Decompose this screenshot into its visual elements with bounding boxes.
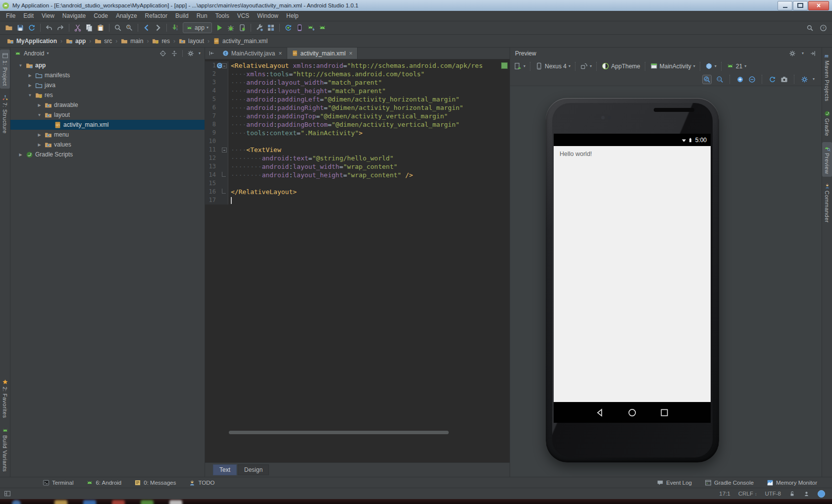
locale-selector[interactable]: ▾ <box>705 62 717 70</box>
maximize-button[interactable] <box>793 1 808 10</box>
breadcrumb-layout[interactable]: layout <box>177 37 206 45</box>
help-button[interactable]: ? <box>820 24 827 32</box>
attach-debugger-button[interactable] <box>238 24 246 32</box>
tree-arrow-icon[interactable]: ▶ <box>17 152 24 157</box>
tree-arrow-icon[interactable]: ▶ <box>36 143 43 147</box>
tree-item-values[interactable]: ▶values <box>10 140 205 150</box>
tool-stripe-2-favorites[interactable]: 2: Favorites <box>0 376 10 421</box>
breadcrumb-src[interactable]: src <box>93 37 114 45</box>
tool-window-button-gradle-console[interactable]: Gradle Console <box>705 479 754 486</box>
breadcrumb-myapplication[interactable]: MyApplication <box>5 37 59 45</box>
tool-stripe-7-structure[interactable]: 7: Structure <box>0 92 10 137</box>
avd-manager-button[interactable] <box>296 24 304 32</box>
code-line[interactable]: 1C<RelativeLayout xmlns:android="http://… <box>205 61 510 70</box>
tree-item-res[interactable]: ▼res <box>10 90 205 100</box>
nav-home-icon[interactable] <box>627 408 637 417</box>
tool-stripe-gradle[interactable]: Gradle <box>822 107 832 139</box>
nav-back-icon[interactable] <box>595 408 605 417</box>
navigate-back-button[interactable] <box>143 24 151 32</box>
search-everywhere-button[interactable] <box>806 24 814 32</box>
paste-button[interactable] <box>97 24 104 32</box>
code-line[interactable]: 5····android:paddingLeft="@dimen/activit… <box>205 95 510 103</box>
code-line[interactable]: 8····android:paddingBottom="@dimen/activ… <box>205 120 510 129</box>
save-all-button[interactable] <box>16 24 24 32</box>
code-line[interactable]: 15 <box>205 179 510 188</box>
zoom-out-button[interactable] <box>748 76 756 83</box>
tool-window-button-0-messages[interactable]: 0: Messages <box>134 479 176 486</box>
code-line[interactable]: 14········android:layout_height="wrap_co… <box>205 171 510 179</box>
orientation-selector[interactable]: ▾ <box>580 62 592 70</box>
project-settings-button[interactable] <box>187 50 194 57</box>
editor-tab-mainactivity-java[interactable]: CMainActivity.java× <box>218 48 287 59</box>
zoom-to-fit-button[interactable] <box>702 75 712 84</box>
tree-arrow-icon[interactable]: ▼ <box>27 93 33 98</box>
hide-panel-button[interactable] <box>810 50 817 57</box>
inspections-profile-icon[interactable] <box>803 491 810 497</box>
title-bar[interactable]: My Application - [E:\android_studio_work… <box>0 0 832 11</box>
layout-variants[interactable]: ▾ <box>514 62 525 70</box>
menu-run[interactable]: Run <box>193 11 211 21</box>
zoom-actual-size-button[interactable]: 1:1 <box>716 76 724 83</box>
tree-arrow-icon[interactable]: ▶ <box>36 133 43 137</box>
menu-build[interactable]: Build <box>171 11 193 21</box>
taskbar-app-icon[interactable] <box>169 500 182 504</box>
close-tab-icon[interactable]: × <box>349 50 353 57</box>
taskbar-app-icon[interactable] <box>112 500 125 504</box>
tree-arrow-icon[interactable]: ▶ <box>27 73 33 78</box>
cut-button[interactable] <box>74 24 82 32</box>
make-project-button[interactable]: 10 <box>171 24 179 32</box>
tree-item-app[interactable]: ▼app <box>10 60 205 70</box>
sync-gradle-button[interactable] <box>284 24 292 32</box>
tool-stripe-commander[interactable]: Commander <box>822 180 832 226</box>
tree-arrow-icon[interactable]: ▶ <box>27 83 33 88</box>
sdk-manager-button[interactable] <box>307 24 315 32</box>
code-editor[interactable]: 1C<RelativeLayout xmlns:android="http://… <box>205 59 510 462</box>
menu-navigate[interactable]: Navigate <box>58 11 90 21</box>
fold-icon[interactable] <box>222 63 227 68</box>
run-app-button[interactable] <box>215 24 223 32</box>
undo-button[interactable] <box>45 24 53 32</box>
settings-button[interactable] <box>256 24 263 32</box>
menu-refactor[interactable]: Refactor <box>141 11 171 21</box>
scroll-to-source-button[interactable] <box>159 50 166 57</box>
navigate-forward-button[interactable] <box>154 24 162 32</box>
menu-analyze[interactable]: Analyze <box>112 11 141 21</box>
file-encoding[interactable]: UTF-8 <box>765 491 781 497</box>
close-tab-icon[interactable]: × <box>278 50 282 57</box>
zoom-to-fit-button[interactable] <box>703 76 711 83</box>
tool-stripe-preview[interactable]: Preview <box>822 142 832 177</box>
redo-button[interactable] <box>56 24 64 32</box>
taskbar-app-icon[interactable] <box>83 500 96 504</box>
code-line[interactable]: 10 <box>205 137 510 146</box>
menu-view[interactable]: View <box>38 11 58 21</box>
menu-file[interactable]: File <box>2 11 19 21</box>
tool-window-button-event-log[interactable]: Event Log <box>657 479 692 486</box>
mode-tab-design[interactable]: Design <box>238 464 269 475</box>
taskbar-app-icon[interactable] <box>141 500 154 504</box>
project-view-selector[interactable]: Android <box>24 50 44 57</box>
editor-tab-list-icon[interactable] <box>205 48 218 59</box>
nav-recents-icon[interactable] <box>660 408 669 417</box>
tree-item-activity-main-xml[interactable]: activity_main.xml <box>10 120 205 130</box>
project-structure-button[interactable] <box>267 24 275 32</box>
editor-tab-activity-main-xml[interactable]: activity_main.xml× <box>287 48 358 59</box>
fold-icon[interactable] <box>222 148 227 152</box>
tool-stripe-1-project[interactable]: 1: Project <box>0 50 10 89</box>
find-button[interactable] <box>114 24 122 32</box>
horizontal-scrollbar[interactable] <box>229 431 449 434</box>
background-task-indicator[interactable] <box>818 490 825 498</box>
device-screen[interactable]: 5:00 Hello world! <box>554 134 711 423</box>
collapse-all-button[interactable] <box>171 50 178 57</box>
copy-button[interactable] <box>85 24 93 32</box>
code-line[interactable]: 17 <box>205 196 510 204</box>
menu-vcs[interactable]: VCS <box>233 11 254 21</box>
tool-window-button-terminal[interactable]: Terminal <box>43 479 73 486</box>
tool-window-button-todo[interactable]: TODO <box>189 479 214 486</box>
tree-arrow-icon[interactable]: ▶ <box>36 103 43 107</box>
minimize-button[interactable] <box>778 1 792 10</box>
code-line[interactable]: 7····android:paddingTop="@dimen/activity… <box>205 112 510 120</box>
breadcrumb-res[interactable]: res <box>150 37 172 45</box>
activity-selector[interactable]: MainActivity▾ <box>650 62 695 70</box>
replace-button[interactable]: A <box>125 24 133 32</box>
preview-settings-button[interactable] <box>801 76 808 83</box>
